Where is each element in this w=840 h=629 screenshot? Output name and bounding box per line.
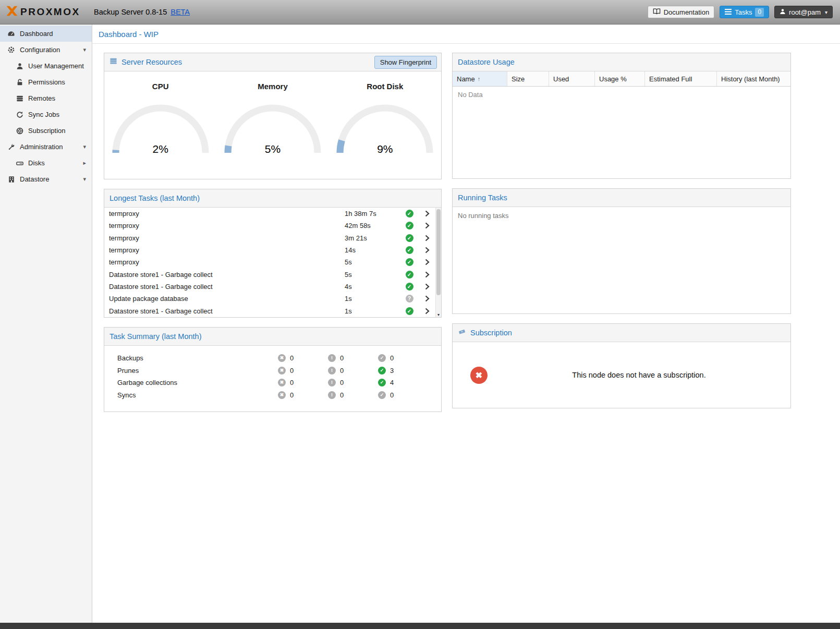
subscription-body: ✖ This node does not have a subscription… (453, 342, 790, 408)
table-row[interactable]: termproxy 3m 21s ✓ (104, 232, 435, 244)
scrollbar-thumb[interactable] (436, 209, 441, 295)
brand-text: PROXMOX (20, 6, 80, 18)
error-icon: ✖ (278, 391, 286, 399)
task-summary-row: Prunes ✖0 !0 ✓3 (104, 365, 441, 377)
chevron-right-icon[interactable] (419, 271, 435, 278)
table-row[interactable]: termproxy 5s ✓ (104, 256, 435, 268)
life-ring-icon (15, 127, 24, 135)
sidebar-item-configuration[interactable]: Configuration ▾ (0, 42, 92, 58)
chevron-down-icon[interactable]: ▾ (83, 176, 86, 183)
chevron-right-icon[interactable] (419, 283, 435, 290)
documentation-button[interactable]: Documentation (648, 6, 714, 18)
task-status-icon: ✓ (406, 222, 413, 229)
task-duration: 1s (345, 295, 400, 303)
sidebar-item-label: Subscription (28, 127, 66, 135)
datastore-usage-empty-text: No Data (453, 87, 790, 178)
warning-count: 0 (340, 367, 344, 374)
tasks-button[interactable]: Tasks 0 (720, 6, 769, 18)
gauge-value: 2% (111, 143, 210, 155)
chevron-down-icon[interactable]: ▾ (83, 143, 86, 150)
task-summary-row: Garbage collections ✖0 !0 ✓4 (104, 377, 441, 389)
sidebar-item-permissions[interactable]: Permissions (0, 74, 92, 90)
column-header-size[interactable]: Size (507, 71, 549, 86)
task-summary-label: Garbage collections (104, 379, 278, 386)
sidebar-item-datastore[interactable]: Datastore ▾ (0, 171, 92, 187)
error-count: 0 (290, 391, 294, 399)
building-icon (7, 176, 16, 183)
panel-title: Longest Tasks (last Month) (109, 194, 200, 202)
column-header-name[interactable]: Name ↑ (453, 71, 507, 86)
chevron-right-icon[interactable] (419, 210, 435, 217)
sidebar-item-remotes[interactable]: Remotes (0, 90, 92, 106)
table-row[interactable]: Datastore store1 - Garbage collect 1s ✓ (104, 305, 435, 317)
sidebar-item-dashboard[interactable]: Dashboard (0, 26, 92, 42)
error-icon: ✖ (278, 367, 286, 374)
task-name: Datastore store1 - Garbage collect (104, 307, 345, 315)
beta-link[interactable]: BETA (171, 8, 190, 16)
chevron-right-icon[interactable]: ▸ (83, 160, 86, 166)
chevron-right-icon[interactable] (419, 235, 435, 241)
column-label: Usage % (599, 75, 627, 83)
longest-tasks-panel: Longest Tasks (last Month) termproxy 1h … (104, 189, 442, 318)
show-fingerprint-button[interactable]: Show Fingerprint (374, 56, 437, 69)
task-duration: 14s (345, 246, 400, 254)
table-row[interactable]: Update package database 1s ? (104, 293, 435, 305)
tasks-label: Tasks (735, 8, 752, 16)
table-row[interactable]: termproxy 1h 38m 7s ✓ (104, 208, 435, 220)
proxmox-logo: PROXMOX (5, 4, 94, 20)
task-duration: 3m 21s (345, 234, 400, 242)
unlock-icon (15, 79, 24, 86)
task-summary-label: Backups (104, 354, 278, 362)
error-count: 0 (290, 354, 294, 362)
task-status-icon: ✓ (406, 210, 413, 217)
sidebar-item-sync-jobs[interactable]: Sync Jobs (0, 106, 92, 123)
task-status-icon: ✓ (406, 246, 413, 254)
proxmox-x-icon (5, 4, 19, 20)
sidebar-item-subscription[interactable]: Subscription (0, 123, 92, 139)
column-header-history[interactable]: History (last Month) (717, 71, 790, 86)
scroll-down-arrow-icon[interactable]: ▾ (436, 312, 441, 317)
scrollbar[interactable]: ▾ (435, 208, 441, 317)
server-resources-header: Server Resources Show Fingerprint (104, 53, 441, 71)
table-row[interactable]: termproxy 42m 58s ✓ (104, 220, 435, 232)
user-menu-button[interactable]: root@pam ▾ (774, 6, 833, 18)
chevron-right-icon[interactable] (419, 308, 435, 314)
chevron-right-icon[interactable] (419, 259, 435, 265)
sidebar-item-label: Configuration (20, 46, 60, 54)
sidebar-item-disks[interactable]: Disks ▸ (0, 155, 92, 171)
sidebar-item-label: Permissions (28, 78, 65, 86)
sidebar-item-user-management[interactable]: User Management (0, 58, 92, 74)
hdd-icon (15, 160, 24, 167)
task-duration: 5s (345, 258, 400, 266)
ok-icon: ✓ (378, 391, 386, 399)
panel-title: Task Summary (last Month) (109, 332, 201, 341)
column-label: Estimated Full (649, 75, 692, 83)
sidebar-item-label: Remotes (28, 94, 55, 102)
datastore-usage-panel: Datastore Usage Name ↑ Size Used Usage %… (452, 53, 791, 179)
sidebar-item-administration[interactable]: Administration ▾ (0, 139, 92, 155)
chevron-right-icon[interactable] (419, 295, 435, 302)
chevron-down-icon: ▾ (825, 9, 827, 15)
error-count: 0 (290, 379, 294, 386)
table-row[interactable]: Datastore store1 - Garbage collect 5s ✓ (104, 268, 435, 280)
task-summary-header: Task Summary (last Month) (104, 328, 441, 346)
task-name: termproxy (104, 246, 345, 254)
gauge-value: 5% (223, 143, 322, 155)
bottom-bar (0, 623, 840, 629)
chevron-right-icon[interactable] (419, 222, 435, 229)
gauge-value: 9% (335, 143, 434, 155)
column-header-used[interactable]: Used (549, 71, 595, 86)
table-row[interactable]: Datastore store1 - Garbage collect 4s ✓ (104, 281, 435, 293)
column-header-estimated-full[interactable]: Estimated Full (645, 71, 717, 86)
column-label: Name (457, 75, 475, 83)
chevron-down-icon[interactable]: ▾ (83, 46, 86, 53)
sidebar: Dashboard Configuration ▾ User Managemen… (0, 25, 92, 623)
task-summary-row: Backups ✖0 !0 ✓0 (104, 352, 441, 365)
chevron-right-icon[interactable] (419, 247, 435, 253)
column-header-usage-percent[interactable]: Usage % (595, 71, 645, 86)
table-row[interactable]: termproxy 14s ✓ (104, 244, 435, 256)
memory-gauge: Memory 5% (223, 82, 322, 179)
sidebar-item-label: Datastore (20, 175, 49, 183)
user-label: root@pam (789, 8, 821, 16)
gauge-label: Root Disk (335, 82, 434, 91)
